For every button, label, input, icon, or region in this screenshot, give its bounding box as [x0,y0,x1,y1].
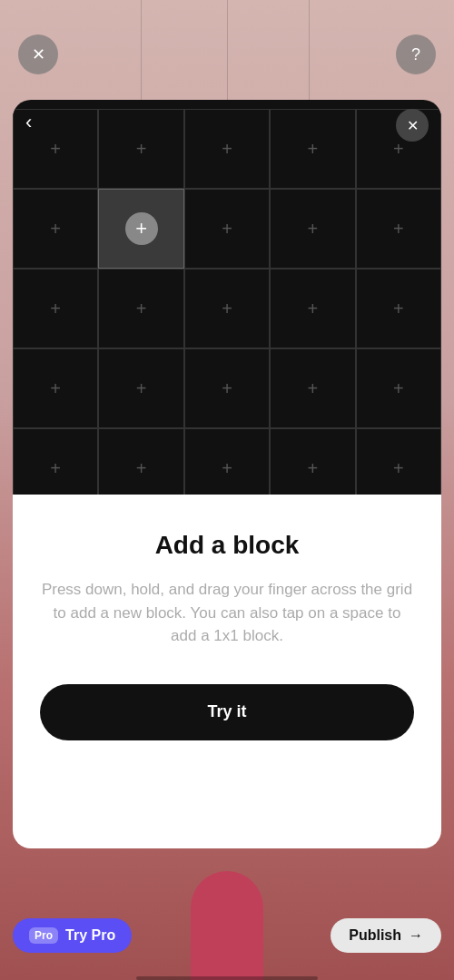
plus-icon: + [222,299,232,319]
grid: + + + + + + + + + + + + + + + + + + + + … [13,109,441,508]
grid-cell[interactable]: + [184,109,270,189]
plus-icon: + [308,378,319,399]
plus-icon: + [393,458,404,479]
plus-icon: + [393,219,404,240]
plus-icon: + [222,139,232,160]
publish-arrow-icon: → [409,927,423,944]
grid-cell[interactable]: + [356,189,441,269]
plus-icon: + [136,299,147,319]
plus-icon: + [393,378,404,399]
grid-cell[interactable]: + [184,348,270,428]
grid-cell[interactable]: + [13,189,98,269]
help-icon: ? [411,45,420,64]
grid-cell[interactable]: + [13,269,98,348]
back-button[interactable]: ‹ [25,111,32,134]
sheet-description: Press down, hold, and drag your finger a… [40,578,414,648]
plus-icon: + [222,219,232,240]
grid-cell[interactable]: + [13,348,98,428]
plus-icon: + [222,458,232,479]
grid-cell[interactable]: + [98,109,183,189]
plus-icon: + [393,139,404,160]
plus-icon: + [308,219,319,240]
sheet-title: Add a block [155,531,300,560]
panel-close-icon: ✕ [407,117,419,134]
panel-close-button[interactable]: ✕ [396,109,429,142]
grid-cell[interactable]: + [270,189,355,269]
plus-icon: + [50,458,61,479]
grid-cell[interactable]: + [98,269,183,348]
publish-button[interactable]: Publish → [331,918,441,953]
try-pro-label: Try Pro [65,927,115,944]
try-pro-button[interactable]: Pro Try Pro [13,918,132,953]
publish-label: Publish [349,927,401,944]
plus-icon: + [308,458,319,479]
bottom-bar: Pro Try Pro Publish → [13,918,441,953]
bottom-sheet: Add a block Press down, hold, and drag y… [13,495,441,848]
plus-icon: + [393,299,404,319]
close-button[interactable]: ✕ [18,34,58,74]
grid-cell[interactable]: + [184,269,270,348]
grid-cell[interactable]: + [270,348,355,428]
help-button[interactable]: ? [396,34,436,74]
plus-icon: + [50,219,61,240]
pro-badge: Pro [29,927,58,944]
home-indicator [136,976,318,980]
plus-icon: + [50,139,61,160]
highlighted-plus: + [125,212,158,245]
plus-icon: + [222,378,232,399]
plus-icon: + [50,299,61,319]
plus-icon: + [136,139,147,160]
plus-icon: + [308,139,319,160]
grid-panel: ‹ ✕ + + + + + + + + + + + + + + + + + + … [13,100,441,508]
plus-icon: + [50,378,61,399]
grid-cell[interactable]: + [356,348,441,428]
grid-cell[interactable]: + [356,269,441,348]
plus-icon: + [308,299,319,319]
grid-cell[interactable]: + [98,348,183,428]
back-icon: ‹ [25,111,32,133]
grid-cell[interactable]: + [270,109,355,189]
plus-icon: + [136,458,147,479]
grid-cell-highlighted[interactable]: + [98,189,183,269]
top-bar: ✕ ? [0,0,454,91]
grid-cell[interactable]: + [184,189,270,269]
try-it-button[interactable]: Try it [40,684,414,740]
plus-icon: + [136,378,147,399]
grid-cell[interactable]: + [270,269,355,348]
close-icon: ✕ [32,44,45,64]
